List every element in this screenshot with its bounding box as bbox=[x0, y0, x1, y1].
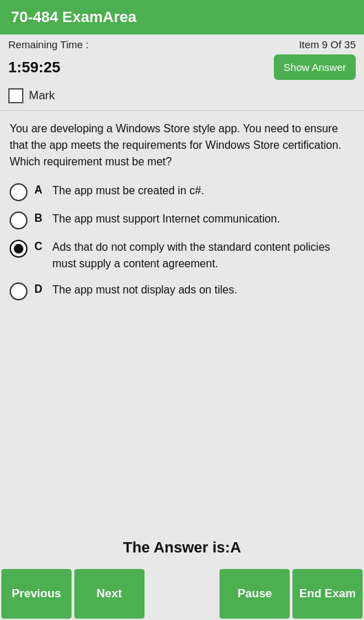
answer-area: The Answer is:A bbox=[0, 532, 364, 568]
bottom-navigation: Previous Next Pause End Exam bbox=[0, 568, 364, 620]
option-letter-b: B bbox=[34, 212, 47, 225]
option-text-a: The app must be created in c#. bbox=[52, 183, 354, 199]
item-counter: Item 9 Of 35 bbox=[299, 39, 356, 50]
remaining-time-label: Remaining Time : bbox=[8, 39, 89, 50]
options-container: AThe app must be created in c#.BThe app … bbox=[10, 183, 354, 300]
sub-header: Remaining Time : Item 9 Of 35 bbox=[0, 34, 364, 52]
question-text: You are developing a Windows Store style… bbox=[10, 121, 354, 170]
option-row-d[interactable]: DThe app must not display ads on tiles. bbox=[10, 282, 354, 300]
option-row-c[interactable]: CAds that do not comply with the standar… bbox=[10, 239, 354, 272]
option-letter-a: A bbox=[34, 184, 47, 196]
previous-button[interactable]: Previous bbox=[1, 569, 72, 619]
end-exam-button[interactable]: End Exam bbox=[292, 569, 363, 619]
timer-value: 1:59:25 bbox=[8, 59, 61, 76]
option-row-a[interactable]: AThe app must be created in c#. bbox=[10, 183, 354, 201]
nav-spacer bbox=[147, 569, 217, 619]
timer-row: 1:59:25 Show Answer bbox=[0, 52, 364, 85]
show-answer-button[interactable]: Show Answer bbox=[274, 54, 356, 80]
pause-button[interactable]: Pause bbox=[220, 569, 290, 619]
header: 70-484 ExamArea bbox=[0, 0, 364, 34]
option-text-c: Ads that do not comply with the standard… bbox=[52, 239, 354, 272]
option-radio-a[interactable] bbox=[10, 183, 28, 201]
option-radio-b[interactable] bbox=[10, 211, 28, 229]
option-text-d: The app must not display ads on tiles. bbox=[52, 282, 354, 298]
option-letter-d: D bbox=[34, 283, 47, 296]
option-row-b[interactable]: BThe app must support Internet communica… bbox=[10, 211, 354, 229]
option-radio-d[interactable] bbox=[10, 282, 28, 300]
option-radio-c[interactable] bbox=[10, 240, 28, 258]
option-letter-c: C bbox=[34, 240, 47, 253]
mark-checkbox[interactable] bbox=[8, 88, 23, 103]
option-text-b: The app must support Internet communicat… bbox=[52, 211, 354, 227]
mark-row: Mark bbox=[0, 85, 364, 110]
app-title: 70-484 ExamArea bbox=[11, 8, 136, 26]
next-button[interactable]: Next bbox=[74, 569, 144, 619]
answer-text: The Answer is:A bbox=[123, 539, 242, 556]
mark-label: Mark bbox=[29, 89, 55, 103]
question-area: You are developing a Windows Store style… bbox=[0, 111, 364, 532]
